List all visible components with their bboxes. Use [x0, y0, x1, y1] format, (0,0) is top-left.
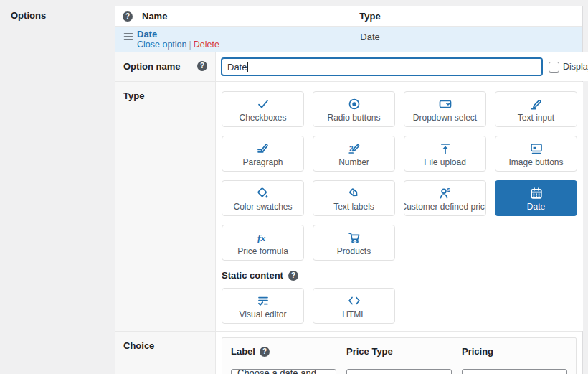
type-option-visual-editor[interactable]: Visual editor [222, 288, 304, 324]
type-option-label: Text input [518, 113, 554, 122]
option-row-name-link[interactable]: Date [137, 29, 219, 39]
price-type-select[interactable]: No cost [346, 369, 452, 374]
choice-table-header: Label Price Type Pricing [231, 344, 567, 363]
type-grid: CheckboxesRadio buttonsDropdown selectTe… [222, 91, 577, 261]
type-option-label: Customer defined price [404, 202, 486, 211]
display-checkbox-wrap: Display [549, 62, 588, 73]
svg-text:$: $ [447, 187, 450, 193]
html-icon [347, 294, 361, 308]
column-header-type: Type [338, 11, 402, 22]
type-option-label: Visual editor [240, 310, 287, 319]
type-option-text-input[interactable]: Text input [495, 91, 577, 127]
options-panel: Name Type Date Close option|Delete Date … [115, 6, 583, 374]
option-row-type-value: Date [338, 32, 402, 42]
tag-icon [347, 186, 361, 200]
option-name-content: Date Display [216, 52, 588, 81]
type-option-checkboxes[interactable]: Checkboxes [222, 91, 304, 127]
type-option-label: HTML [342, 310, 366, 319]
type-option-number[interactable]: 2Number [313, 136, 395, 172]
paragraph-icon [256, 141, 270, 156]
type-option-radio-buttons[interactable]: Radio buttons [313, 91, 395, 127]
type-label: Type [123, 90, 144, 101]
type-option-label: Image buttons [508, 158, 563, 167]
type-option-file-upload[interactable]: File upload [404, 136, 486, 172]
choice-column-label: Label [231, 346, 336, 357]
choice-column-price-type: Price Type [346, 346, 452, 357]
option-row-actions: Close option|Delete [137, 39, 219, 50]
type-option-label: File upload [424, 158, 466, 167]
column-header-name: Name [142, 11, 167, 22]
formula-icon: fx [255, 230, 271, 245]
delete-link[interactable]: Delete [194, 39, 219, 50]
options-heading: Options [11, 10, 46, 21]
option-name-label-cell: Option name [115, 52, 216, 81]
page-background: { "page": { "heading": "Options" }, "col… [0, 0, 588, 374]
type-content: CheckboxesRadio buttonsDropdown selectTe… [216, 82, 583, 331]
choice-content: Label Price Type Pricing Choose a date a… [216, 332, 582, 374]
choice-label: Choice [123, 340, 154, 351]
help-icon[interactable] [123, 11, 133, 22]
type-option-label: Products [337, 247, 371, 256]
help-icon[interactable] [197, 61, 207, 71]
option-row-main: Date Close option|Delete [137, 29, 219, 50]
type-option-label: Text labels [333, 202, 374, 211]
type-option-label: Number [338, 158, 369, 167]
type-option-paragraph[interactable]: Paragraph [222, 136, 304, 172]
choice-column-label-text: Label [231, 346, 255, 357]
type-option-label: Radio buttons [327, 113, 380, 122]
radio-icon [347, 97, 361, 111]
type-option-label: Paragraph [242, 158, 283, 167]
svg-text:fx: fx [257, 232, 265, 243]
help-icon[interactable] [260, 347, 270, 357]
display-checkbox[interactable] [549, 62, 559, 73]
type-row: Type CheckboxesRadio buttonsDropdown sel… [115, 82, 582, 332]
file-upload-icon [438, 141, 452, 156]
visual-editor-icon [256, 294, 270, 308]
type-option-customer-defined-price[interactable]: $Customer defined price [404, 180, 486, 216]
pricing-input[interactable] [462, 369, 567, 374]
static-content-grid: Visual editorHTML [222, 288, 577, 324]
help-icon[interactable] [288, 271, 298, 281]
calendar-icon [529, 186, 544, 200]
choice-inputs-row: Choose a date and time No cost [231, 369, 567, 374]
type-option-label: Date [527, 202, 545, 211]
option-name-label: Option name [123, 61, 180, 72]
option-name-input[interactable]: Date [222, 58, 542, 75]
type-option-text-labels[interactable]: Text labels [313, 180, 395, 216]
type-option-date[interactable]: Date [495, 180, 577, 216]
choice-label-input-value: Choose a date and time [237, 368, 330, 374]
type-option-label: Color swatches [233, 202, 292, 211]
person-price-icon: $ [438, 186, 452, 200]
dropdown-select-icon [438, 97, 452, 111]
options-table-header: Name Type [115, 6, 582, 27]
type-option-label: Dropdown select [413, 113, 477, 122]
type-option-color-swatches[interactable]: Color swatches [222, 180, 304, 216]
type-option-products[interactable]: Products [313, 225, 395, 261]
type-option-price-formula[interactable]: fxPrice formula [222, 225, 304, 261]
text-caret [247, 62, 248, 72]
option-name-input-value: Date [227, 62, 247, 73]
type-option-html[interactable]: HTML [313, 288, 395, 324]
type-option-image-buttons[interactable]: Image buttons [495, 136, 577, 172]
type-option-label: Checkboxes [239, 113, 286, 122]
image-buttons-icon [529, 141, 544, 156]
choice-table: Label Price Type Pricing Choose a date a… [222, 337, 577, 374]
option-row-date[interactable]: Date Close option|Delete Date [115, 27, 582, 52]
static-content-label: Static content [222, 270, 283, 281]
choice-column-pricing: Pricing [462, 346, 567, 357]
choice-label-cell: Choice [115, 332, 216, 374]
text-input-icon [529, 97, 544, 111]
type-option-label: Price formula [237, 247, 288, 256]
option-name-row: Option name Date Display [115, 52, 582, 82]
choice-label-input[interactable]: Choose a date and time [231, 369, 336, 374]
type-label-cell: Type [115, 82, 216, 331]
cart-icon [347, 230, 361, 245]
checkbox-icon [256, 97, 270, 111]
choice-row: Choice Label Price Type Pricing Choose a… [115, 332, 582, 374]
close-option-link[interactable]: Close option [137, 39, 187, 50]
type-option-dropdown-select[interactable]: Dropdown select [404, 91, 486, 127]
drag-handle-icon[interactable] [123, 32, 134, 44]
color-swatch-icon [256, 186, 270, 200]
number-icon: 2 [347, 141, 361, 156]
static-content-label-row: Static content [222, 270, 577, 281]
